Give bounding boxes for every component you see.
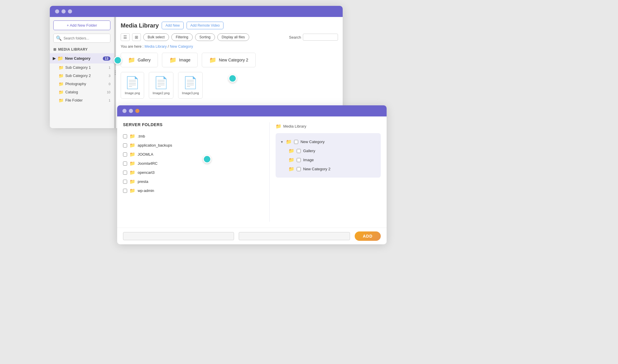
search-input[interactable] — [64, 36, 108, 40]
file-card-1[interactable]: 📄 Image2.png — [149, 72, 173, 99]
sf-label-6[interactable]: wp-admin — [138, 188, 154, 193]
sf-item-5: 📁 presta — [123, 177, 264, 186]
main-titlebar — [50, 6, 343, 17]
sf-checkbox-6[interactable] — [123, 189, 127, 193]
sf-label-2[interactable]: JOOMLA — [138, 152, 153, 157]
sf-label-3[interactable]: Joomla4RC — [138, 161, 158, 166]
folder-grid: 📁 Gallery 📁 Image 📁 New Category 2 — [121, 53, 338, 67]
sf-checkbox-1[interactable] — [123, 143, 127, 147]
file-name-0: Image.png — [125, 91, 140, 95]
sf-label-4[interactable]: opencart3 — [138, 170, 155, 175]
category-badge: 13 — [103, 56, 110, 61]
drag-dot — [115, 74, 116, 75]
rp-child-checkbox-0[interactable] — [297, 149, 301, 153]
search-icon: 🔍 — [56, 35, 62, 41]
folder-search: 🔍 — [53, 34, 110, 43]
sub-count-4: 1 — [109, 99, 110, 102]
new-category-item[interactable]: ▶ 📁 New Category 13 — [50, 53, 114, 63]
sf-folder-icon-2: 📁 — [129, 152, 135, 157]
sf-item-4: 📁 opencart3 — [123, 168, 264, 177]
sub-item-4[interactable]: 📁 File Folder 1 — [50, 96, 114, 104]
titlebar-dot-1 — [55, 9, 59, 13]
list-view-btn[interactable]: ☰ — [121, 33, 130, 41]
display-all-btn[interactable]: Display all files — [217, 33, 249, 41]
sf-folder-icon-5: 📁 — [129, 179, 135, 184]
second-window: SERVER FOLDERS 📁 .tmb 📁 application_back… — [117, 105, 387, 244]
file-icon-2: 📄 — [183, 76, 198, 90]
bulk-select-btn[interactable]: Bulk select — [143, 33, 169, 41]
rp-root-label: Media Library — [283, 124, 306, 128]
folder-name-0: Gallery — [138, 58, 151, 62]
rp-root-tree-label: New Category — [301, 140, 325, 144]
sorting-btn[interactable]: Sorting — [195, 33, 215, 41]
sf-checkbox-4[interactable] — [123, 171, 127, 175]
grid-view-btn[interactable]: ⊞ — [132, 33, 141, 41]
breadcrumb-link-2[interactable]: New Category — [170, 44, 193, 49]
sf-folder-icon-6: 📁 — [129, 188, 135, 193]
sf-checkbox-3[interactable] — [123, 162, 127, 166]
sf-label-1[interactable]: application_backups — [138, 143, 172, 147]
file-card-0[interactable]: 📄 Image.png — [121, 72, 144, 99]
folder-card-1[interactable]: 📁 Image — [162, 53, 198, 67]
green-dot-1 — [114, 56, 122, 64]
bottom-input-left[interactable] — [123, 232, 234, 240]
rp-root-folder-icon: 📁 — [276, 123, 281, 129]
sub-item-0[interactable]: 📁 Sub Category 1 1 — [50, 63, 114, 72]
breadcrumb-link-1[interactable]: Media Library — [145, 44, 167, 49]
add-new-button[interactable]: Add New — [162, 22, 184, 29]
titlebar-dot-2 — [62, 9, 66, 13]
rp-tree-child-2: 📁 New Category 2 — [280, 164, 376, 174]
server-folders-panel: SERVER FOLDERS 📁 .tmb 📁 application_back… — [123, 122, 269, 222]
drag-dot — [115, 71, 116, 71]
sub-label-3: Catalog — [65, 90, 78, 94]
sub-label-1: Sub Category 2 — [65, 74, 91, 78]
folder-card-2[interactable]: 📁 New Category 2 — [202, 53, 255, 67]
sf-checkbox-2[interactable] — [123, 152, 127, 157]
titlebar2-dot-2 — [129, 109, 133, 113]
folder-card-0[interactable]: 📁 Gallery — [121, 53, 158, 67]
rp-chevron-icon: ▼ — [280, 140, 284, 144]
filtering-btn[interactable]: Filtering — [171, 33, 193, 41]
breadcrumb-prefix: You are here : — [121, 44, 145, 49]
search-input-main[interactable] — [303, 34, 338, 41]
chevron-icon: ▶ — [53, 56, 56, 61]
add-button[interactable]: ADD — [355, 231, 381, 241]
rp-child-checkbox-2[interactable] — [297, 167, 301, 171]
search-area: Search — [289, 34, 338, 41]
sf-item-2: 📁 JOOMLA — [123, 150, 264, 159]
rp-root-checkbox[interactable] — [294, 140, 298, 144]
sf-item-0: 📁 .tmb — [123, 132, 264, 141]
rp-tree: ▼ 📁 New Category 📁 Gallery 📁 Image 📁 — [276, 133, 381, 178]
folder-name-2: New Category 2 — [219, 58, 248, 62]
file-card-2[interactable]: 📄 Image3.png — [178, 72, 203, 99]
page-title: Media Library — [121, 22, 159, 29]
sub-item-3[interactable]: 📁 Catalog 10 — [50, 88, 114, 96]
sub-item-1[interactable]: 📁 Sub Category 2 3 — [50, 72, 114, 80]
media-library-label: ⊞ MEDIA LIBRARY — [50, 46, 114, 53]
sf-checkbox-0[interactable] — [123, 134, 127, 138]
sub-item-2[interactable]: 📁 Photography 0 — [50, 80, 114, 88]
rp-child-folder-icon-1: 📁 — [288, 157, 294, 163]
folder-icon-0: 📁 — [128, 56, 135, 63]
add-remote-button[interactable]: Add Remote Video — [187, 22, 224, 29]
sf-label-0[interactable]: .tmb — [138, 134, 145, 138]
titlebar2-dot-3 — [135, 109, 139, 113]
folder-icon-2: 📁 — [209, 56, 216, 63]
category-label: New Category — [65, 56, 91, 61]
rp-child-folder-icon-2: 📁 — [288, 166, 294, 172]
second-window-body: SERVER FOLDERS 📁 .tmb 📁 application_back… — [117, 116, 387, 228]
sf-checkbox-5[interactable] — [123, 180, 127, 184]
search-label: Search — [289, 35, 301, 40]
green-dot-2 — [228, 74, 237, 83]
green-dot-3 — [203, 155, 211, 163]
folder-name-1: Image — [179, 58, 190, 62]
sf-label-5[interactable]: presta — [138, 179, 148, 184]
rp-child-label-1: Image — [303, 158, 314, 162]
rp-tree-child-0: 📁 Gallery — [280, 146, 376, 155]
add-folder-button[interactable]: + Add New Folder — [53, 20, 110, 30]
rp-child-checkbox-1[interactable] — [297, 158, 301, 162]
sub-folder-icon-0: 📁 — [59, 65, 64, 70]
right-panel: 📁 Media Library ▼ 📁 New Category 📁 Galle… — [269, 122, 381, 222]
rp-tree-child-1: 📁 Image — [280, 155, 376, 164]
bottom-input-right[interactable] — [239, 232, 350, 240]
